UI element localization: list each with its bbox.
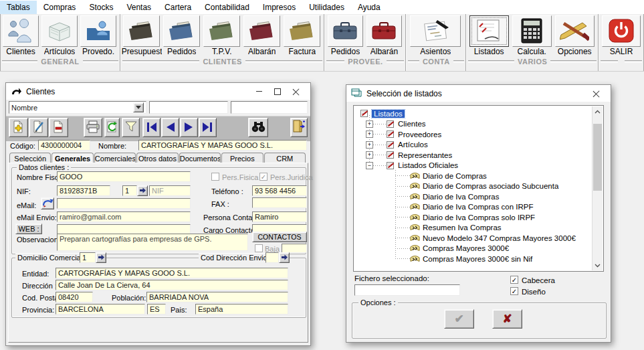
nombre-fiscal-field[interactable] — [57, 171, 191, 182]
tree-row-representantes[interactable]: + Representantes — [354, 150, 603, 161]
tree-row-articulos[interactable]: + Artículos — [354, 140, 603, 151]
email-field[interactable] — [57, 198, 191, 209]
contactos-button[interactable]: CONTACTOS — [252, 232, 307, 242]
tab-seleccion[interactable]: Selección — [9, 153, 51, 163]
expand-icon[interactable]: + — [366, 151, 373, 159]
next-record-button[interactable] — [180, 118, 198, 137]
web-button[interactable]: WEB : — [15, 224, 42, 234]
tree-item-listados-oficiales[interactable]: Listados Oficiales — [398, 161, 458, 169]
tree-leaf-row[interactable]: Resumen Iva Compras — [354, 223, 603, 234]
tree-leaf-label[interactable]: Diario de Compras asociado Subcuenta — [423, 182, 558, 190]
persona-contacto-field[interactable] — [252, 211, 307, 222]
tree-item-clientes[interactable]: Clientes — [398, 120, 426, 128]
refresh-button[interactable] — [104, 118, 120, 137]
poblacion-field[interactable] — [146, 292, 288, 302]
tree-leaf-label[interactable]: Compras Mayores 3000€ — [423, 244, 509, 252]
nif-tipo-field[interactable] — [122, 185, 137, 196]
direccion-field[interactable] — [56, 280, 288, 290]
toolbar-button-albaran-cli[interactable]: Albarán — [242, 15, 282, 56]
domicilio-numero-field[interactable] — [80, 252, 96, 263]
observaciones-field[interactable]: Preparan cartografías para empresas de G… — [57, 234, 248, 251]
expand-icon[interactable]: + — [366, 141, 373, 149]
exit-button[interactable] — [290, 118, 308, 137]
tab-crm[interactable]: CRM — [264, 153, 306, 163]
cod-direccion-field[interactable] — [265, 252, 279, 263]
delete-record-button[interactable] — [49, 118, 68, 137]
tree-leaf-label[interactable]: Resumen Iva Compras — [423, 224, 502, 232]
scroll-up-button[interactable] — [593, 106, 603, 116]
toolbar-button-asientos[interactable]: Asientos — [407, 15, 463, 56]
expand-icon[interactable]: + — [366, 130, 373, 138]
toolbar-button-provedo[interactable]: Provedo. — [79, 15, 118, 56]
tree-item-articulos[interactable]: Artículos — [398, 141, 428, 149]
toolbar-button-tpv[interactable]: T.P.V. — [202, 15, 242, 56]
tree-root-listados[interactable]: Listados — [372, 110, 405, 118]
first-record-button[interactable] — [142, 118, 160, 137]
accept-button[interactable]: ✔ — [444, 309, 474, 329]
nif-field[interactable] — [57, 185, 110, 196]
new-record-button[interactable] — [9, 118, 28, 137]
search-button[interactable] — [248, 118, 268, 137]
cod-postal-field[interactable] — [56, 292, 93, 302]
domicilio-browse-button[interactable] — [96, 252, 106, 263]
fax-field[interactable] — [252, 197, 307, 208]
scrollbar-thumb[interactable] — [593, 124, 602, 191]
menu-item-tablas[interactable]: Tablas — [0, 1, 37, 14]
toolbar-button-clientes[interactable]: Clientes — [1, 15, 40, 56]
search-field-selector[interactable]: Nombre — [9, 101, 146, 114]
previous-record-button[interactable] — [161, 118, 179, 137]
tab-comerciales[interactable]: Comerciales — [94, 153, 136, 163]
menu-item-compras[interactable]: Compras — [37, 1, 83, 14]
menu-item-utilidades[interactable]: Utilidades — [302, 1, 351, 14]
toolbar-button-salir[interactable]: SALIR — [600, 15, 643, 56]
tree-leaf-label[interactable]: Diario de Iva Compras solo IRPF — [423, 213, 535, 222]
tree-leaf-row[interactable]: Diario de Iva Compras solo IRPF — [354, 212, 603, 223]
toolbar-button-listados[interactable]: Listados — [467, 15, 510, 56]
minimize-button[interactable] — [249, 85, 268, 98]
tree-row-proveedores[interactable]: + Proveedores — [354, 129, 603, 140]
last-record-button[interactable] — [199, 118, 217, 137]
pers-juridica-checkbox[interactable]: ✓ — [259, 173, 267, 181]
pais-field[interactable] — [195, 304, 288, 315]
tree-leaf-row[interactable]: Compras Mayores 3000€ sin Nif — [354, 254, 603, 264]
pers-fisica-checkbox[interactable] — [211, 173, 219, 181]
send-email-button[interactable] — [41, 197, 54, 209]
tree-item-representantes[interactable]: Representantes — [398, 151, 452, 159]
toolbar-button-factura[interactable]: Factura — [282, 15, 322, 56]
baja-checkbox[interactable] — [255, 244, 263, 252]
fichero-field[interactable] — [354, 284, 460, 296]
menu-item-contabilidad[interactable]: Contabilidad — [198, 1, 256, 14]
toolbar-button-articulos[interactable]: Artículos — [40, 15, 79, 56]
menu-item-ventas[interactable]: Ventas — [120, 1, 158, 14]
pais-code-field[interactable] — [147, 304, 166, 315]
tree-leaf-row[interactable]: Nuevo Modelo 347 Compras Mayores 3000€ — [354, 233, 603, 244]
search-aux-input[interactable] — [231, 101, 308, 114]
tab-generales[interactable]: Generales — [51, 153, 93, 163]
entidad-field[interactable] — [56, 268, 288, 278]
tree-leaf-label[interactable]: Diario de Iva Compras — [423, 193, 499, 201]
edit-record-button[interactable] — [29, 118, 48, 137]
clientes-titlebar[interactable]: Clientes — [6, 83, 310, 100]
nif-tipo-browse-button[interactable] — [137, 185, 148, 196]
close-button[interactable] — [287, 85, 306, 98]
tree-item-proveedores[interactable]: Proveedores — [398, 130, 441, 139]
toolbar-button-opciones[interactable]: Opciones — [553, 15, 596, 56]
tree-scrollbar[interactable] — [592, 106, 603, 270]
toolbar-button-presupuestos[interactable]: Presupuestos — [122, 15, 162, 56]
dropdown-button[interactable] — [133, 102, 144, 112]
cabecera-checkbox[interactable]: ✓ — [510, 276, 518, 284]
toolbar-button-calcula[interactable]: Calcula. — [510, 15, 553, 56]
filter-button[interactable] — [122, 118, 140, 137]
cod-direccion-browse-button[interactable] — [279, 252, 290, 263]
toolbar-button-pedidos-cli[interactable]: Pedidos — [162, 15, 202, 56]
tree-leaf-label[interactable]: Diario de Iva Compras con IRPF — [423, 203, 534, 211]
listados-titlebar[interactable]: Selección de listados — [346, 85, 611, 102]
baja-field[interactable] — [282, 244, 307, 253]
nif-tipo-desc-field[interactable] — [149, 185, 191, 196]
tree-leaf-row[interactable]: Diario de Iva Compras — [354, 191, 603, 202]
tab-documentos[interactable]: Documentos — [179, 153, 221, 163]
telefono-field[interactable] — [252, 185, 307, 196]
tree-leaf-label[interactable]: Nuevo Modelo 347 Compras Mayores 3000€ — [423, 234, 576, 242]
toolbar-button-albaran-prov[interactable]: Albarán — [364, 15, 403, 56]
menu-item-ayuda[interactable]: Ayuda — [351, 1, 387, 14]
